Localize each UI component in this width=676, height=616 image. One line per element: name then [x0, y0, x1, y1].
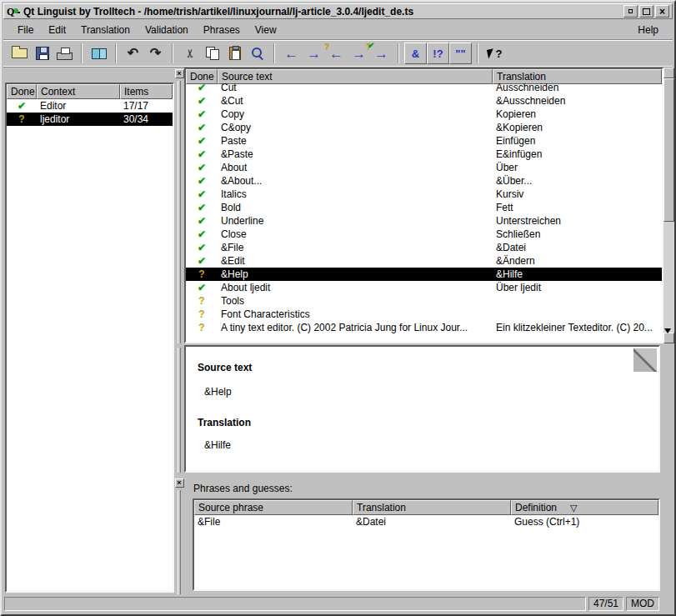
source-dock-grip[interactable]	[178, 81, 181, 343]
phrases-col-source[interactable]: Source phrase	[194, 500, 353, 515]
message-row[interactable]: ✔ Copy Kopieren	[186, 108, 662, 121]
message-row[interactable]: ✔ &Paste E&infügen	[186, 148, 662, 161]
menu-item[interactable]: Validation	[138, 22, 196, 38]
minimize-button[interactable]	[623, 5, 638, 18]
status-icon: ✔	[186, 148, 218, 160]
menu-item-help[interactable]: Help	[630, 22, 666, 38]
message-row[interactable]: ✔ Italics Kursiv	[186, 188, 662, 201]
message-source-text: Underline	[218, 215, 493, 227]
scrollbar-thumb[interactable]	[663, 78, 674, 222]
message-row[interactable]: ✔ &Edit &Ändern	[186, 254, 662, 268]
message-row[interactable]: ✔ Underline Unterstreichen	[186, 214, 662, 228]
message-row[interactable]: ? A tiny text editor. (C) 2002 Patricia …	[186, 321, 662, 334]
copy-button[interactable]	[201, 43, 223, 64]
menu-item[interactable]: Phrases	[196, 22, 248, 38]
message-row[interactable]: ✔ Bold Fett	[186, 201, 662, 214]
status-icon: ✔	[186, 122, 218, 133]
menu-item[interactable]: Edit	[41, 22, 73, 38]
maximize-button[interactable]	[639, 5, 653, 18]
context-col-done[interactable]: Done	[7, 84, 37, 99]
menu-item[interactable]: File	[10, 22, 41, 38]
printer-icon	[57, 53, 73, 60]
source-list-scrollbar[interactable]	[663, 68, 674, 343]
message-source-text: About	[218, 162, 493, 173]
message-row[interactable]: ✔ Paste Einfügen	[186, 134, 662, 148]
menubar: File Edit Translation Validation Phrases…	[3, 20, 673, 39]
message-row[interactable]: ✔ &File &Datei	[186, 241, 662, 254]
menu-item[interactable]: Translation	[73, 22, 138, 38]
toggle-accelerators-button[interactable]: &	[404, 43, 427, 64]
prev-unfinished-button[interactable]: ?←	[325, 43, 348, 64]
message-source-text: Paste	[218, 135, 493, 147]
context-row[interactable]: ? ljeditor 30/34	[7, 113, 173, 126]
menu-item[interactable]: View	[248, 22, 284, 38]
scroll-down-button[interactable]	[663, 333, 674, 343]
phrases-dock-grip[interactable]	[178, 490, 181, 594]
editor-translation-label: Translation	[198, 417, 251, 428]
message-row[interactable]: ? &Help &Hilfe	[186, 268, 662, 281]
message-source-text: About ljedit	[218, 282, 493, 293]
prev-button[interactable]: ←	[280, 43, 303, 64]
paste-button[interactable]	[223, 43, 246, 64]
status-icon: ✔	[186, 135, 218, 147]
toggle-phrases-button[interactable]: ""	[449, 43, 472, 64]
close-button[interactable]: ×	[655, 5, 669, 18]
source-dock-handle[interactable]: ×	[174, 68, 184, 343]
statusbar-resize-grip[interactable]	[662, 597, 672, 611]
magnifier-icon	[251, 47, 264, 60]
message-row[interactable]: ? Tools	[186, 294, 662, 308]
toggle-punctuation-button[interactable]: !?	[427, 43, 449, 64]
next-unfinished-button[interactable]: →?	[348, 43, 370, 64]
message-row[interactable]: ✔ Close Schließen	[186, 228, 662, 241]
open-folder-icon	[12, 48, 28, 58]
statusbar-progress: 47/51	[588, 597, 623, 611]
toolbar-separator	[115, 43, 117, 63]
message-row[interactable]: ✔ &Cut &Ausschneiden	[186, 94, 662, 108]
context-row[interactable]: ✔ Editor 17/17	[7, 99, 173, 113]
copy-icon	[206, 47, 219, 60]
message-row[interactable]: ? Font Characteristics	[186, 308, 662, 321]
print-button[interactable]	[53, 43, 76, 64]
phrases-panel: Phrases and guesses: Source phrase Trans…	[184, 477, 674, 594]
scissors-icon: ✂	[183, 48, 196, 58]
status-icon: ✔	[186, 162, 218, 173]
scroll-up-button[interactable]	[663, 68, 674, 78]
translation-editor[interactable]: Source text &Help Translation &Hilfe	[184, 345, 660, 473]
phrases-dock-close-button[interactable]: ×	[175, 478, 184, 488]
open-button[interactable]	[8, 43, 31, 64]
message-row[interactable]: ✔ &About... &Über...	[186, 174, 662, 188]
context-dock-handle[interactable]	[5, 68, 174, 83]
undo-button[interactable]: ↶	[122, 43, 144, 64]
editor-grip[interactable]	[178, 348, 181, 473]
phrases-col-definition[interactable]: Definition ▽	[511, 500, 658, 515]
redo-button[interactable]: ↷	[144, 43, 167, 64]
phrasebook-button[interactable]	[88, 43, 110, 64]
phrase-row[interactable]: &File &Datei Guess (Ctrl+1)	[194, 515, 658, 528]
app-icon[interactable]: Q	[7, 6, 20, 18]
message-row[interactable]: ✔ C&opy &Kopieren	[186, 121, 662, 134]
phrase-book-icon	[92, 48, 107, 59]
message-row[interactable]: ✔ About ljedit Über ljedit	[186, 281, 662, 294]
toolbar-separator	[273, 43, 275, 63]
status-icon: ✔	[186, 202, 218, 213]
next-button[interactable]: →	[303, 43, 325, 64]
whats-this-button[interactable]: ?	[483, 43, 506, 64]
message-translation: Ausschneiden	[493, 82, 562, 93]
prev-unfinished-icon: ?←	[329, 47, 343, 61]
phrases-col-translation[interactable]: Translation	[353, 500, 511, 515]
message-source-text: Close	[218, 228, 493, 240]
message-row[interactable]: ✔ About Über	[186, 161, 662, 174]
context-col-items[interactable]: Items	[120, 84, 173, 99]
cut-button[interactable]: ✂	[178, 43, 201, 64]
phrases-dock-handle[interactable]: ×	[174, 477, 184, 594]
find-button[interactable]	[246, 43, 268, 64]
done-and-next-button[interactable]: ✔→	[370, 43, 393, 64]
source-dock-close-button[interactable]: ×	[175, 69, 184, 78]
context-col-context[interactable]: Context	[37, 84, 120, 99]
message-translation: E&infügen	[493, 148, 545, 160]
editor-translation-input[interactable]: &Hilfe	[204, 439, 231, 451]
status-icon: ✔	[7, 100, 37, 112]
save-button[interactable]	[31, 43, 53, 64]
titlebar[interactable]: Q Qt Linguist by Trolltech - /home/trish…	[3, 3, 673, 19]
toolbar-separator	[398, 43, 399, 63]
